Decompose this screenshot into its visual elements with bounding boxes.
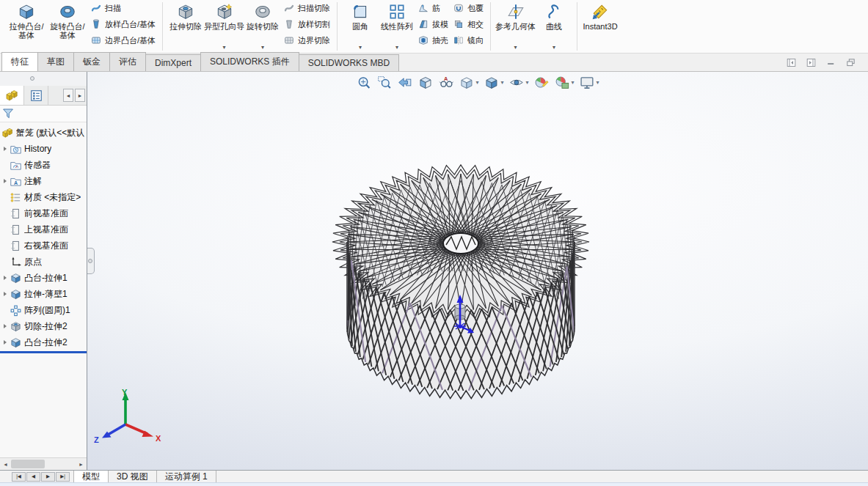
headsup-button-display-style[interactable]: ▾ — [482, 74, 505, 91]
tab-feature-manager-tree[interactable] — [0, 86, 24, 105]
scroll-right-arrow-icon[interactable]: ► — [76, 462, 87, 467]
command-tab-sheet-metal[interactable]: 钣金 — [73, 52, 110, 71]
expand-arrow-icon[interactable] — [0, 147, 10, 151]
ribbon-button-fillet[interactable]: 圆角▾ — [342, 1, 379, 51]
tree-item-cut-extrude2[interactable]: 切除-拉伸2 — [0, 318, 87, 334]
dropdown-arrow-icon[interactable]: ▾ — [552, 45, 555, 51]
ribbon-button-intersect[interactable]: 相交 — [453, 18, 484, 30]
command-tab-sketch[interactable]: 草图 — [37, 52, 74, 71]
command-tab-dimxpert[interactable]: DimXpert — [145, 54, 201, 71]
dropdown-arrow-icon[interactable]: ▾ — [514, 45, 517, 51]
ribbon-button-mirror[interactable]: 镜向 — [453, 34, 484, 46]
dropdown-arrow-icon[interactable]: ▾ — [395, 45, 398, 51]
document-tab-motion-study-1[interactable]: 运动算例 1 — [157, 471, 216, 482]
headsup-button-dynamic-annotation-views[interactable]: A — [437, 74, 455, 91]
tree-item-boss-extrude1[interactable]: 凸台-拉伸1 — [0, 270, 87, 286]
scroll-left-arrow-icon[interactable]: ◄ — [0, 462, 11, 467]
tree-item-right-plane[interactable]: 右视基准面 — [0, 238, 87, 254]
ribbon-button-reference-geometry[interactable]: 参考几何体▾ — [495, 1, 536, 51]
tab-display-manager[interactable] — [24, 86, 48, 105]
expand-arrow-icon[interactable] — [0, 340, 10, 345]
command-tab-evaluate[interactable]: 评估 — [109, 52, 146, 71]
ribbon-button-lofted-boss[interactable]: 放样凸台/基体 — [90, 18, 156, 30]
ribbon-button-draft[interactable]: 拔模 — [417, 18, 448, 30]
headsup-button-previous-view[interactable] — [395, 74, 414, 91]
ribbon-button-boundary-cut[interactable]: 边界切除 — [283, 34, 330, 46]
ribbon-button-shell[interactable]: 抽壳 — [417, 34, 448, 46]
headsup-button-zoom-to-area[interactable] — [375, 74, 393, 91]
ribbon-button-swept-boss[interactable]: 扫描 — [90, 2, 156, 14]
minimize-icon[interactable] — [825, 57, 836, 68]
expand-arrow-icon[interactable] — [0, 292, 10, 296]
dropdown-arrow-icon[interactable]: ▾ — [525, 79, 528, 86]
previous-tab-button[interactable]: ◀ — [26, 472, 40, 482]
ribbon-button-swept-cut[interactable]: 扫描切除 — [283, 2, 330, 14]
headsup-button-zoom-to-fit[interactable] — [354, 74, 373, 91]
headsup-button-view-settings[interactable]: ▾ — [578, 74, 601, 91]
headsup-button-section-view[interactable] — [416, 74, 434, 91]
document-tab-model[interactable]: 模型 — [73, 471, 109, 482]
headsup-button-edit-appearance[interactable] — [533, 74, 551, 91]
expand-arrow-icon[interactable] — [0, 179, 10, 183]
ribbon-button-wrap[interactable]: 包覆 — [453, 2, 484, 14]
tree-item-boss-extrude2[interactable]: 凸台-拉伸2 — [0, 334, 87, 350]
ribbon-button-instant3d[interactable]: Instant3D — [582, 1, 619, 51]
ribbon-button-extruded-cut[interactable]: 拉伸切除 — [167, 1, 204, 51]
rollback-bar[interactable] — [0, 351, 87, 353]
scroll-tabs-right-button[interactable]: ► — [75, 89, 85, 102]
dropdown-arrow-icon[interactable]: ▾ — [500, 79, 503, 86]
previous-view-icon — [397, 75, 412, 90]
panel-flyout-handle[interactable] — [87, 248, 95, 274]
first-tab-button[interactable]: |◀ — [12, 472, 26, 482]
tree-item-sensors[interactable]: 传感器 — [0, 157, 87, 173]
dropdown-arrow-icon[interactable]: ▾ — [359, 45, 362, 51]
ribbon-button-boundary-boss[interactable]: 边界凸台/基体 — [90, 34, 156, 46]
ribbon-button-rib[interactable]: 筋 — [417, 2, 448, 14]
tree-horizontal-scrollbar[interactable]: ◄ ► — [0, 457, 87, 470]
tree-filter-bar[interactable] — [0, 106, 87, 122]
tree-item-top-plane[interactable]: 上视基准面 — [0, 221, 87, 238]
ribbon-button-revolved-cut[interactable]: 旋转切除▾ — [244, 1, 281, 51]
ribbon-button-linear-pattern[interactable]: 线性阵列▾ — [379, 1, 415, 51]
expand-arrow-icon[interactable] — [0, 324, 10, 328]
command-tab-solidworks-add-ins[interactable]: SOLIDWORKS 插件 — [200, 52, 299, 71]
dropdown-arrow-icon[interactable]: ▾ — [261, 45, 264, 51]
last-tab-button[interactable]: ▶| — [56, 472, 70, 482]
next-tab-button[interactable]: ▶ — [41, 472, 55, 482]
headsup-button-hide-show-items[interactable]: ▾ — [507, 74, 530, 91]
tree-item-annotations[interactable]: A注解 — [0, 173, 87, 189]
feature-tree-tab-icon — [5, 89, 19, 103]
graphics-area[interactable]: A▾▾▾▾▾ Y X Z — [87, 72, 868, 470]
scroll-tabs-left-button[interactable]: ◄ — [63, 89, 73, 102]
headsup-button-view-orientation[interactable]: ▾ — [457, 74, 480, 91]
dropdown-arrow-icon[interactable]: ▾ — [223, 45, 226, 51]
ribbon-button-curves[interactable]: 曲线▾ — [536, 1, 572, 51]
tree-item-part-root[interactable]: 蟹笼 (默认<<默认 — [0, 125, 87, 141]
tree-item-cirpattern1[interactable]: 阵列(圆周)1 — [0, 302, 87, 318]
document-tab-3d-views[interactable]: 3D 视图 — [109, 471, 157, 482]
ribbon-button-hole-wizard[interactable]: 异型孔向导▾ — [204, 1, 244, 51]
collapse-right-pane-icon[interactable] — [806, 57, 817, 68]
command-tab-features[interactable]: 特征 — [1, 52, 38, 71]
expand-arrow-icon[interactable] — [0, 276, 10, 280]
dropdown-arrow-icon[interactable]: ▾ — [597, 79, 599, 86]
tree-item-material[interactable]: 材质 <未指定> — [0, 189, 87, 205]
model-crab-cage[interactable] — [87, 72, 868, 470]
tree-item-history[interactable]: History — [0, 141, 87, 157]
triad-x-label: X — [156, 434, 161, 443]
ribbon-button-lofted-cut[interactable]: 放样切割 — [283, 18, 330, 30]
dropdown-arrow-icon[interactable]: ▾ — [572, 79, 575, 86]
scrollbar-thumb[interactable] — [11, 460, 45, 468]
tree-item-front-plane[interactable]: 前视基准面 — [0, 205, 87, 221]
ribbon-button-extruded-boss[interactable]: 拉伸凸台/基体 — [6, 1, 47, 51]
tree-item-extrude-thin1[interactable]: 拉伸-薄壁1 — [0, 286, 87, 302]
collapse-left-pane-icon[interactable] — [786, 57, 797, 68]
headsup-button-apply-scene[interactable]: ▾ — [553, 74, 576, 91]
restore-icon[interactable] — [845, 57, 856, 68]
ribbon-button-revolved-boss[interactable]: 旋转凸台/基体 — [47, 1, 88, 51]
flyout-dot-icon — [88, 259, 92, 263]
command-tab-solidworks-mbd[interactable]: SOLIDWORKS MBD — [299, 54, 399, 71]
panel-splitter[interactable] — [0, 72, 87, 86]
dropdown-arrow-icon[interactable]: ▾ — [475, 79, 478, 86]
tree-item-origin[interactable]: 原点 — [0, 254, 87, 270]
